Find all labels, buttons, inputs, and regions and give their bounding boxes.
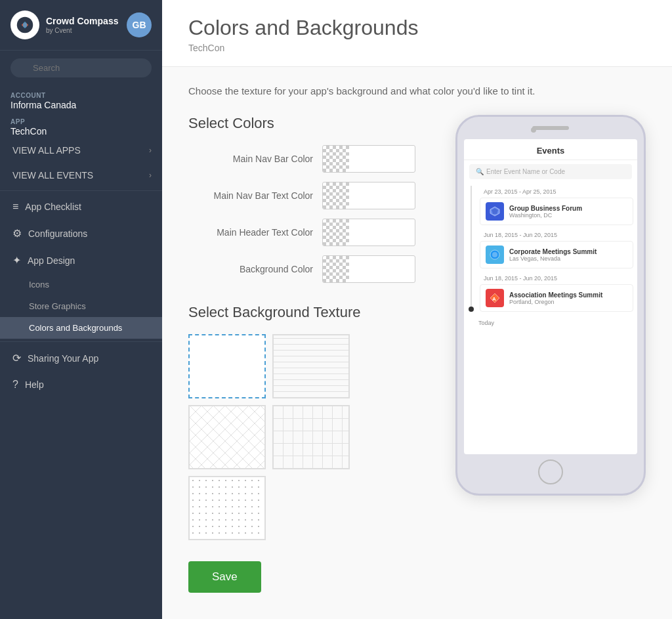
phone-event-card-2: Corporate Meetings Summit Las Vegas, Nev… <box>480 241 633 268</box>
phone-event-info-2: Corporate Meetings Summit Las Vegas, Nev… <box>509 248 597 262</box>
phone-search-text: Enter Event Name or Code <box>486 168 565 175</box>
checker-icon <box>323 146 349 172</box>
phone-search: 🔍 Enter Event Name or Code <box>469 164 632 179</box>
store-graphics-nav[interactable]: Store Graphics <box>0 295 162 317</box>
share-icon: ⟳ <box>12 352 21 364</box>
phone-event-location-3: Portland, Oregon <box>509 299 602 305</box>
sidebar-header: Crowd Compass by Cvent GB <box>0 0 162 51</box>
phone-event-date-2: Jun 18, 2015 - Jun 20, 2015 <box>480 229 633 240</box>
store-graphics-label: Store Graphics <box>29 301 86 311</box>
phone-event-card-1: Group Business Forum Washington, DC <box>480 198 633 225</box>
logo-name: Crowd Compass <box>46 16 118 27</box>
colors-backgrounds-label: Colors and Backgrounds <box>29 323 122 333</box>
texture-dots[interactable] <box>188 476 266 540</box>
phone-speaker <box>532 126 569 130</box>
phone-search-icon: 🔍 <box>476 168 484 175</box>
texture-diamond[interactable] <box>188 405 266 469</box>
phone-camera-dot <box>531 127 536 133</box>
search-input[interactable] <box>10 58 152 77</box>
phone-today-dot <box>469 307 474 312</box>
chevron-right-icon: › <box>149 146 152 155</box>
texture-lines-block[interactable] <box>272 405 350 469</box>
avatar: GB <box>127 12 152 37</box>
phone-event-logo-1 <box>486 202 504 221</box>
app-design-nav[interactable]: ✦ App Design <box>0 247 162 274</box>
configurations-label: Configurations <box>28 228 152 239</box>
checker-icon <box>323 182 349 209</box>
color-rows: Main Nav Bar Color Main Nav Bar Text Col… <box>188 145 429 283</box>
color-picker-header-text[interactable] <box>322 219 415 246</box>
texture-blank[interactable] <box>188 334 266 398</box>
phone-home-button <box>538 459 563 484</box>
left-column: Select Colors Main Nav Bar Color Main Na… <box>188 115 429 593</box>
phone-event-name-2: Corporate Meetings Summit <box>509 248 597 255</box>
phone-event-info-3: Association Meetings Summit Portland, Or… <box>509 291 602 305</box>
sliders-icon: ⚙ <box>12 227 22 240</box>
help-nav[interactable]: ? Help <box>0 372 162 398</box>
phone-timeline: Apr 23, 2015 - Apr 25, 2015 Group Busine… <box>464 183 637 329</box>
app-label: APP <box>10 118 152 125</box>
phone-event-card-3: A Association Meetings Summit Portland, … <box>480 284 633 312</box>
phone-event-logo-3: A <box>486 289 504 307</box>
configurations-nav[interactable]: ⚙ Configurations <box>0 220 162 247</box>
phone-event-logo-2 <box>486 245 504 264</box>
color-input-background[interactable] <box>349 256 415 282</box>
sharing-your-app-nav[interactable]: ⟳ Sharing Your App <box>0 345 162 372</box>
view-all-events-button[interactable]: VIEW ALL EVENTS › <box>0 163 162 188</box>
color-row-nav-text: Main Nav Bar Text Color <box>188 182 429 209</box>
logo-text: Crowd Compass by Cvent <box>46 16 118 34</box>
app-checklist-nav[interactable]: ≡ App Checklist <box>0 194 162 220</box>
account-section: ACCOUNT Informa Canada <box>0 85 162 112</box>
phone-event-date-3: Jun 18, 2015 - Jun 20, 2015 <box>480 272 633 283</box>
app-value: TechCon <box>10 126 152 137</box>
app-checklist-label: App Checklist <box>25 202 152 212</box>
logo-icon <box>10 11 39 39</box>
phone-event-location-1: Washington, DC <box>509 212 582 219</box>
color-input-header-text[interactable] <box>349 219 415 245</box>
page-description: Choose the texture for your app's backgr… <box>188 85 646 96</box>
sharing-label: Sharing Your App <box>28 353 152 364</box>
help-icon: ? <box>12 379 18 391</box>
checklist-icon: ≡ <box>12 201 18 213</box>
phone-today-label: Today <box>468 316 633 326</box>
icons-nav[interactable]: Icons <box>0 274 162 295</box>
texture-section: Select Background Texture <box>188 304 429 540</box>
color-label-nav-text: Main Nav Bar Text Color <box>188 190 313 201</box>
color-input-nav-bar[interactable] <box>349 146 415 172</box>
svg-point-4 <box>492 252 497 257</box>
chevron-right-icon: › <box>149 171 152 180</box>
texture-title: Select Background Texture <box>188 304 429 321</box>
texture-lines-horizontal[interactable] <box>272 334 350 398</box>
page-subtitle: TechCon <box>188 43 646 53</box>
color-input-nav-text[interactable] <box>349 182 415 209</box>
color-row-header-text: Main Header Text Color <box>188 219 429 246</box>
phone-screen-inner: Events 🔍 Enter Event Name or Code Apr 23… <box>464 139 637 329</box>
phone-event-name-3: Association Meetings Summit <box>509 291 602 299</box>
phone-event-name-1: Group Business Forum <box>509 205 582 212</box>
page-title: Colors and Backgrounds <box>188 16 646 40</box>
view-all-apps-button[interactable]: VIEW ALL APPS › <box>0 138 162 163</box>
phone-preview: Events 🔍 Enter Event Name or Code Apr 23… <box>455 115 646 593</box>
texture-grid <box>188 334 429 540</box>
account-value: Informa Canada <box>10 100 152 110</box>
search-bar[interactable] <box>0 51 162 85</box>
color-picker-nav-text[interactable] <box>322 182 415 209</box>
sidebar: Crowd Compass by Cvent GB ACCOUNT Inform… <box>0 0 162 619</box>
app-section: APP TechCon <box>0 112 162 138</box>
color-picker-background[interactable] <box>322 255 415 283</box>
page-body: Choose the texture for your app's backgr… <box>162 67 672 611</box>
phone-event-date-1: Apr 23, 2015 - Apr 25, 2015 <box>480 186 633 196</box>
view-all-apps-label: VIEW ALL APPS <box>12 145 81 156</box>
phone-event-location-2: Las Vegas, Nevada <box>509 255 597 262</box>
color-label-nav-bar: Main Nav Bar Color <box>188 154 313 164</box>
color-picker-nav-bar[interactable] <box>322 145 415 173</box>
save-button[interactable]: Save <box>188 561 261 593</box>
colors-backgrounds-nav[interactable]: Colors and Backgrounds <box>0 317 162 339</box>
phone-mockup: Events 🔍 Enter Event Name or Code Apr 23… <box>455 115 646 496</box>
two-col-layout: Select Colors Main Nav Bar Color Main Na… <box>188 115 646 593</box>
phone-event-info-1: Group Business Forum Washington, DC <box>509 205 582 219</box>
account-label: ACCOUNT <box>10 92 152 99</box>
logo-sub: by Cvent <box>46 27 118 34</box>
select-colors-title: Select Colors <box>188 115 429 132</box>
checker-icon <box>323 256 349 282</box>
